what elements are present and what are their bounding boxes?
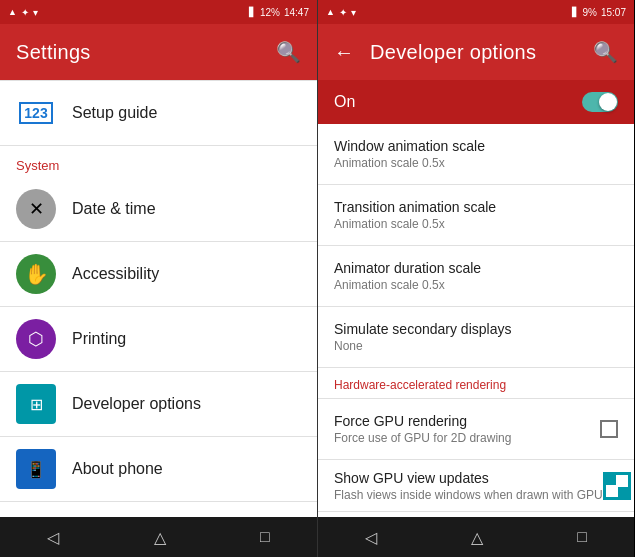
dev-on-label: On (334, 93, 355, 111)
right-bt-icon: ✦ (339, 7, 347, 18)
list-item-developer-options[interactable]: ⊞ Developer options (0, 372, 317, 437)
left-time: 14:47 (284, 7, 309, 18)
right-recent-btn[interactable]: □ (561, 520, 603, 554)
left-bt-icon: ✦ (21, 7, 29, 18)
about-phone-title: About phone (72, 460, 301, 478)
left-settings-list: 123 Setup guide System ✕ Date & time ✋ A… (0, 80, 317, 517)
list-item-accessibility[interactable]: ✋ Accessibility (0, 242, 317, 307)
force-gpu-checkbox[interactable] (600, 420, 618, 438)
dev-toggle[interactable] (582, 92, 618, 112)
printing-icon: ⬡ (16, 319, 56, 359)
right-search-icon[interactable]: 🔍 (593, 40, 618, 64)
dev-item-force-gpu[interactable]: Force GPU rendering Force use of GPU for… (318, 399, 634, 460)
right-back-icon[interactable]: ← (334, 41, 354, 64)
about-phone-icon: 📱 (16, 449, 56, 489)
developer-options-title: Developer options (72, 395, 301, 413)
window-animation-title: Window animation scale (334, 138, 618, 154)
show-gpu-updates-subtitle: Flash views inside windows when drawn wi… (334, 488, 603, 502)
simulate-displays-title: Simulate secondary displays (334, 321, 618, 337)
show-gpu-updates-title: Show GPU view updates (334, 470, 603, 486)
list-item-printing[interactable]: ⬡ Printing (0, 307, 317, 372)
left-wifi-icon: ▾ (33, 7, 38, 18)
left-home-btn[interactable]: △ (138, 520, 182, 555)
gpu-view-icon (603, 472, 631, 500)
date-time-icon: ✕ (16, 189, 56, 229)
left-search-icon[interactable]: 🔍 (276, 40, 301, 64)
left-status-bar: ▲ ✦ ▾ ▋ 12% 14:47 (0, 0, 317, 24)
list-item-setup-guide[interactable]: 123 Setup guide (0, 80, 317, 146)
list-item-date-time[interactable]: ✕ Date & time (0, 177, 317, 242)
dev-item-window-animation[interactable]: Window animation scale Animation scale 0… (318, 124, 634, 185)
right-toolbar: ← Developer options 🔍 (318, 24, 634, 80)
printing-title: Printing (72, 330, 301, 348)
dev-item-animator-duration[interactable]: Animator duration scale Animation scale … (318, 246, 634, 307)
accessibility-title: Accessibility (72, 265, 301, 283)
right-toolbar-title: Developer options (370, 41, 593, 64)
left-signal-icon: ▲ (8, 7, 17, 17)
toggle-thumb (599, 93, 617, 111)
right-settings-list: Window animation scale Animation scale 0… (318, 124, 634, 517)
right-status-bar: ▲ ✦ ▾ ▋ 9% 15:07 (318, 0, 634, 24)
animator-duration-title: Animator duration scale (334, 260, 618, 276)
developer-options-icon: ⊞ (16, 384, 56, 424)
right-battery-pct: 9% (583, 7, 597, 18)
hardware-section-label: Hardware-accelerated rendering (318, 368, 634, 399)
transition-animation-title: Transition animation scale (334, 199, 618, 215)
left-battery-pct: 12% (260, 7, 280, 18)
system-section-label: System (0, 146, 317, 177)
force-gpu-title: Force GPU rendering (334, 413, 592, 429)
right-battery-icon: ▋ (572, 7, 579, 17)
left-nav-bar: ◁ △ □ (0, 517, 317, 557)
setup-guide-icon: 123 (16, 93, 56, 133)
accessibility-icon: ✋ (16, 254, 56, 294)
date-time-title: Date & time (72, 200, 301, 218)
list-item-about-phone[interactable]: 📱 About phone (0, 437, 317, 502)
setup-guide-title: Setup guide (72, 104, 301, 122)
right-panel: ▲ ✦ ▾ ▋ 9% 15:07 ← Developer options 🔍 O… (317, 0, 634, 557)
dev-item-show-gpu-updates[interactable]: Show GPU view updates Flash views inside… (318, 460, 634, 512)
left-battery-icon: ▋ (249, 7, 256, 17)
simulate-displays-subtitle: None (334, 339, 618, 353)
dev-item-simulate-displays[interactable]: Simulate secondary displays None (318, 307, 634, 368)
transition-animation-subtitle: Animation scale 0.5x (334, 217, 618, 231)
window-animation-subtitle: Animation scale 0.5x (334, 156, 618, 170)
right-nav-bar: ◁ △ □ (318, 517, 634, 557)
dev-item-transition-animation[interactable]: Transition animation scale Animation sca… (318, 185, 634, 246)
left-toolbar-title: Settings (16, 41, 276, 64)
dev-on-off-bar: On (318, 80, 634, 124)
animator-duration-subtitle: Animation scale 0.5x (334, 278, 618, 292)
left-toolbar: Settings 🔍 (0, 24, 317, 80)
right-home-btn[interactable]: △ (455, 520, 499, 555)
left-back-btn[interactable]: ◁ (31, 520, 75, 555)
left-recent-btn[interactable]: □ (244, 520, 286, 554)
force-gpu-subtitle: Force use of GPU for 2D drawing (334, 431, 592, 445)
right-back-btn[interactable]: ◁ (349, 520, 393, 555)
right-time: 15:07 (601, 7, 626, 18)
right-wifi-icon: ▾ (351, 7, 356, 18)
left-panel: ▲ ✦ ▾ ▋ 12% 14:47 Settings 🔍 123 Setup g… (0, 0, 317, 557)
right-signal-icon: ▲ (326, 7, 335, 17)
